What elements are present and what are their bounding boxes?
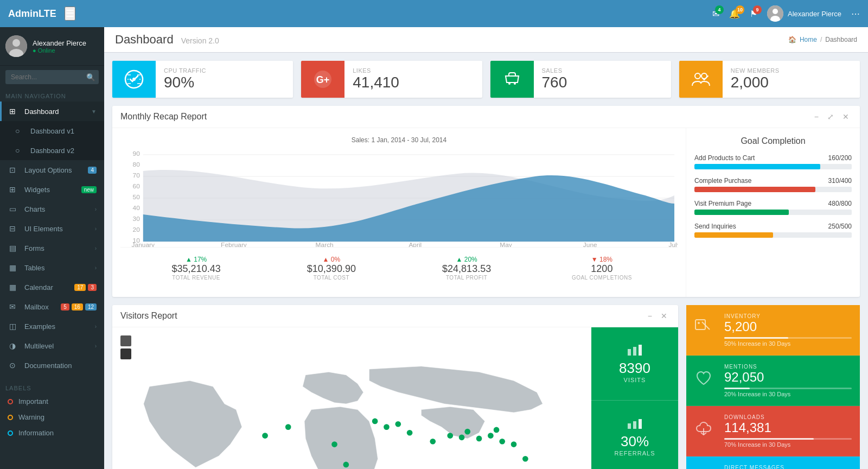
goal-section: Goal Completion Add Products to Cart 160…	[686, 128, 860, 297]
profit-amount: $24,813.53	[399, 263, 534, 275]
user-menu[interactable]: Alexander Pierce	[767, 5, 841, 22]
notifications-icon[interactable]: 🔔 10	[729, 9, 740, 19]
visitors-minimize-btn[interactable]: −	[645, 310, 655, 321]
map-toggle-2[interactable]	[120, 348, 131, 359]
dashboard-icon: ⊞	[9, 107, 20, 116]
monthly-recap-title: Monthly Recap Report	[120, 112, 207, 122]
sidebar-toggle[interactable]: ☰	[65, 7, 75, 21]
share-icon[interactable]: ⋯	[851, 9, 860, 19]
svg-point-4	[12, 39, 20, 47]
bar-chart-icon	[627, 345, 643, 357]
heart-icon	[694, 369, 716, 392]
content-body: CPU TRAFFIC 90% G+ LIKES 41,410	[104, 53, 868, 469]
goal-item-premium: Visit Premium Page 480/800	[694, 200, 852, 215]
messages-content: DIRECT MESSAGES 163,921 40% Increase in …	[724, 465, 852, 469]
app-logo: AdminLTE	[8, 8, 56, 20]
label-item-important[interactable]: Important	[0, 394, 104, 409]
sidebar-item-examples[interactable]: ◫ Examples ›	[0, 316, 104, 336]
goal-fill-purchase	[694, 187, 815, 192]
svg-point-43	[447, 433, 453, 439]
label-item-information[interactable]: Information	[0, 425, 104, 441]
mailbox-badge2: 16	[72, 303, 83, 310]
likes-icon-box: G+	[301, 61, 344, 98]
likes-value: 41,410	[353, 74, 474, 91]
panel-expand-btn[interactable]: ⤢	[825, 111, 837, 122]
sidebar-sub-dashboard: ○ Dashboard v1 ○ Dashboard v2	[0, 121, 104, 160]
downloads-bar-fill	[724, 438, 814, 440]
sidebar-item-tables[interactable]: ▦ Tables ›	[0, 258, 104, 277]
chevron-right-icon: ›	[95, 206, 97, 212]
svg-text:G+: G+	[316, 74, 330, 85]
label-text: Important	[18, 397, 48, 405]
inventory-subtitle: 50% Increase in 30 Days	[724, 340, 852, 347]
sidebar-item-ui[interactable]: ⊟ UI Elements ›	[0, 219, 104, 238]
sidebar-item-documentation[interactable]: ⊙ Documentation	[0, 356, 104, 375]
visitors-stats-sidebar: 8390 VISITS	[591, 327, 678, 469]
goal-fill-cart	[694, 164, 820, 169]
svg-text:February: February	[221, 242, 247, 247]
sidebar-item-calendar[interactable]: ▦ Calendar 17 3	[0, 277, 104, 297]
goal-label-premium: Visit Premium Page 480/800	[694, 200, 852, 207]
sidebar-item-dashboard-v2[interactable]: ○ Dashboard v2	[0, 141, 104, 160]
sidebar-item-widgets[interactable]: ⊞ Widgets new	[0, 180, 104, 199]
search-button[interactable]: 🔍	[86, 73, 95, 81]
map-toggles	[120, 335, 131, 359]
downloads-subtitle: 70% Increase in 30 Days	[724, 441, 852, 448]
sales-label: SALES	[542, 67, 663, 74]
chart-title: Sales: 1 Jan, 2014 - 30 Jul, 2014	[120, 136, 678, 144]
downloads-bar	[724, 438, 852, 440]
panel-close-btn[interactable]: ✕	[840, 111, 852, 122]
search-input[interactable]	[5, 70, 99, 84]
sidebar-item-dashboard-v1[interactable]: ○ Dashboard v1	[0, 121, 104, 141]
sidebar-item-dashboard[interactable]: ⊞ Dashboard ▼	[0, 102, 104, 121]
svg-rect-57	[633, 421, 636, 429]
svg-point-35	[285, 424, 291, 430]
chart-stat-profit: ▲ 20% $24,813.53 TOTAL PROFIT	[399, 256, 534, 281]
mentions-label: MENTIONS	[724, 364, 852, 370]
calendar-badge2: 3	[88, 284, 97, 291]
panel-minimize-btn[interactable]: −	[812, 111, 821, 122]
content-header: Dashboard Version 2.0 🏠 Home / Dashboard	[104, 27, 868, 53]
label-item-warning[interactable]: Warning	[0, 409, 104, 425]
main-nav-label: MAIN NAVIGATION	[0, 88, 104, 102]
visitors-close-btn[interactable]: ✕	[658, 310, 670, 321]
sidebar-status: ● Online	[33, 47, 86, 54]
sidebar-item-mailbox[interactable]: ✉ Mailbox 5 16 12	[0, 297, 104, 316]
svg-point-36	[331, 441, 337, 447]
goal-item-cart: Add Products to Cart 160/200	[694, 154, 852, 169]
sidebar-item-label: Forms	[24, 244, 95, 252]
breadcrumb-home-icon: 🏠	[788, 36, 796, 43]
svg-point-40	[395, 421, 401, 427]
forms-icon: ▤	[9, 244, 20, 252]
sidebar-item-multilevel[interactable]: ◑ Multilevel ›	[0, 336, 104, 356]
charts-icon: ▭	[9, 205, 20, 213]
inventory-bar	[724, 337, 852, 339]
monthly-recap-panel: Monthly Recap Report − ⤢ ✕ Sales: 1 Jan,…	[112, 106, 860, 297]
mentions-bar	[724, 388, 852, 389]
label-dot-cyan	[8, 430, 13, 436]
chevron-down-icon: ▼	[91, 109, 97, 115]
sidebar-item-charts[interactable]: ▭ Charts ›	[0, 199, 104, 219]
monthly-recap-header: Monthly Recap Report − ⤢ ✕	[112, 106, 860, 128]
svg-point-45	[464, 429, 470, 435]
sidebar-item-forms[interactable]: ▤ Forms ›	[0, 238, 104, 258]
svg-rect-55	[639, 345, 642, 356]
ui-icon: ⊟	[9, 224, 20, 233]
members-label: NEW MEMBERS	[731, 67, 852, 74]
mail-icon[interactable]: ✉ 4	[712, 9, 719, 19]
sidebar: Alexander Pierce ● Online 🔍 MAIN NAVIGAT…	[0, 27, 104, 469]
svg-text:July: July	[668, 242, 678, 247]
map-toggle-1[interactable]	[120, 335, 131, 346]
svg-point-48	[494, 427, 500, 433]
breadcrumb-home-link[interactable]: Home	[800, 36, 817, 43]
visitors-title: Visitors Report	[120, 311, 177, 321]
goal-item-purchase: Complete Purchase 310/400	[694, 177, 852, 192]
svg-text:June: June	[583, 242, 597, 247]
svg-text:April: April	[409, 242, 422, 247]
sidebar-item-layout[interactable]: ⊡ Layout Options 4	[0, 160, 104, 180]
flag-icon[interactable]: ⚑ 9	[750, 9, 757, 19]
mail-badge: 4	[715, 5, 724, 14]
svg-point-37	[343, 462, 349, 468]
main-content: Dashboard Version 2.0 🏠 Home / Dashboard	[104, 27, 868, 469]
chevron-right-icon: ›	[95, 343, 97, 349]
